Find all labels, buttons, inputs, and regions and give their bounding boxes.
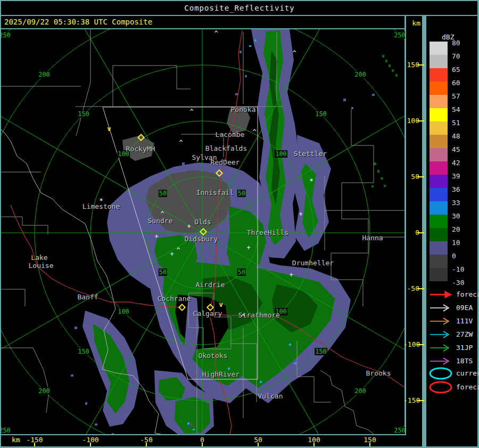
range-ring-label: 250 — [1, 31, 11, 39]
legend-symbol-label: current — [456, 369, 479, 377]
range-ring-label: 50 — [237, 190, 246, 197]
storm-ellipse-icon — [428, 366, 453, 380]
legend-symbol-label: forecast — [456, 290, 479, 298]
city-label: Calgary — [193, 309, 222, 317]
asterisk-marker-icon: * — [309, 178, 313, 184]
radar-application-window: Composite_Reflectivity 2025/09/22 05:30:… — [0, 0, 479, 448]
city-label: Banff — [77, 293, 98, 301]
scale-value-label: 36 — [452, 185, 475, 193]
cross-marker-icon: + — [187, 224, 191, 229]
city-label: Didsbury — [185, 235, 218, 243]
bottom-axis-tick — [90, 443, 91, 446]
range-ring-label: 50 — [159, 190, 167, 197]
city-label: Ponoka — [231, 105, 256, 113]
scale-color-block — [430, 201, 448, 215]
range-ring-label: 150 — [315, 110, 327, 118]
scale-value-label: 70 — [452, 52, 475, 60]
cross-marker-icon: + — [246, 245, 250, 250]
scale-color-block — [430, 188, 448, 201]
track-arrow-icon — [428, 344, 455, 352]
city-label: Cochrane — [158, 295, 191, 303]
city-label: Blackfalds — [205, 144, 247, 152]
map-bottom-border — [1, 434, 406, 435]
range-ring-label: 100 — [117, 308, 130, 315]
bottom-axis-tick — [146, 443, 147, 446]
checkmark-icon: v — [107, 126, 111, 132]
scale-color-block — [430, 268, 448, 281]
scale-value-label: 42 — [452, 159, 475, 167]
scale-value-label: 33 — [452, 199, 475, 207]
scale-color-block — [430, 215, 448, 228]
radar-map-view[interactable]: PonokaLacombeBlackfaldsSylvanRedDeerRock… — [1, 29, 405, 434]
city-label: Drumheller — [292, 259, 334, 267]
caret-marker-icon: ^ — [214, 31, 218, 36]
scale-color-block — [430, 55, 448, 68]
city-label: Lacombe — [216, 131, 245, 139]
frame-left — [0, 0, 1, 448]
right-axis-tick — [417, 176, 424, 177]
right-axis-tick — [417, 288, 424, 289]
range-ring-label: 200 — [38, 71, 51, 78]
scale-color-block — [430, 148, 448, 161]
cross-marker-icon: + — [154, 234, 158, 239]
right-axis-tick — [417, 344, 424, 345]
track-arrow-icon — [428, 290, 455, 299]
range-ring-label: 50 — [159, 268, 167, 276]
scale-color-block — [430, 241, 448, 255]
scale-value-label: 65 — [452, 66, 475, 74]
legend-symbol-label: forecast — [456, 383, 479, 391]
range-ring-label: 150 — [77, 348, 90, 355]
caret-marker-icon: ^ — [241, 314, 245, 320]
green-specks — [371, 55, 398, 188]
right-axis-tick — [417, 400, 424, 401]
scale-value-label: 54 — [452, 105, 475, 113]
right-axis-unit: km — [404, 19, 420, 27]
scale-color-block — [430, 108, 448, 121]
caret-marker-icon: ^ — [252, 129, 256, 135]
cross-marker-icon: + — [170, 251, 174, 257]
range-ring-label: 250 — [393, 31, 405, 39]
caret-marker-icon: ^ — [179, 140, 183, 145]
city-label: Brooks — [366, 369, 391, 377]
legend-divider — [422, 16, 426, 446]
scale-value-label: 51 — [452, 119, 475, 127]
right-axis-tick — [417, 232, 424, 233]
scale-value-label: -10 — [452, 265, 475, 273]
city-label: Lake — [31, 254, 47, 262]
legend-symbol-label: 27ZW — [456, 330, 473, 338]
right-axis-tick — [417, 120, 424, 121]
range-ring-label: 50 — [237, 268, 246, 276]
scale-color-block — [430, 228, 448, 241]
scale-color-block — [430, 175, 448, 188]
track-arrow-icon — [428, 304, 455, 312]
range-ring-label: 200 — [354, 71, 367, 78]
map-right-border — [404, 16, 406, 435]
bottom-axis-tick — [34, 443, 35, 446]
legend-symbol-label: 31JP — [456, 344, 473, 352]
scale-end-label: -30 — [452, 279, 475, 287]
scale-value-label: 60 — [452, 79, 475, 87]
city-label: Stettler — [294, 150, 327, 158]
caret-marker-icon: ^ — [176, 248, 180, 253]
legend-symbol-label: 111V — [456, 317, 473, 325]
track-arrow-icon — [428, 357, 455, 365]
scale-color-block — [430, 255, 448, 268]
city-label: Olds — [194, 218, 211, 226]
city-label: RockyMH — [126, 145, 155, 153]
bottom-axis-tick — [202, 443, 203, 446]
city-label: ThreeHills — [247, 229, 288, 237]
range-ring-label: 100 — [275, 150, 287, 158]
city-label: Airdrie — [196, 281, 225, 289]
scale-value-label: 80 — [452, 39, 475, 47]
scale-color-block — [430, 161, 448, 175]
legend-symbol-label: 09EA — [456, 304, 473, 312]
frame-top — [0, 0, 479, 1]
scale-value-label: 30 — [452, 212, 475, 220]
range-ring-label: 150 — [315, 348, 327, 355]
range-ring-label: 200 — [38, 387, 51, 395]
right-axis-tick — [417, 64, 424, 66]
scale-value-label: 39 — [452, 172, 475, 180]
scale-value-label: 0 — [452, 252, 475, 260]
scale-color-block — [430, 82, 448, 95]
scale-color-block — [430, 121, 448, 135]
